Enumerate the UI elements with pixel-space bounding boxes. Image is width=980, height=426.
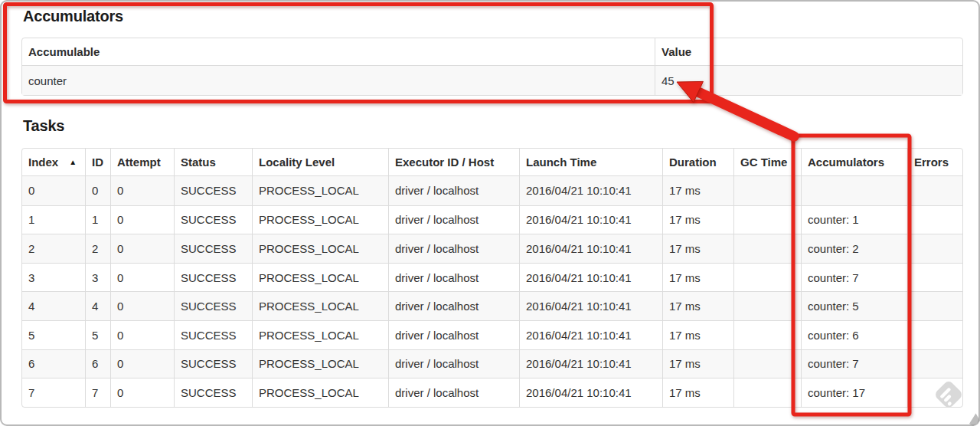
cell-launch-time: 2016/04/21 10:10:41 <box>519 176 662 205</box>
cell-gc-time <box>733 378 801 407</box>
cell-gc-time <box>733 291 801 320</box>
cell-launch-time: 2016/04/21 10:10:41 <box>519 291 662 320</box>
cell-errors <box>907 176 962 205</box>
cell-launch-time: 2016/04/21 10:10:41 <box>519 349 662 378</box>
cell-executor-id-host: driver / localhost <box>388 176 519 205</box>
cell-duration: 17 ms <box>662 291 733 320</box>
cell-locality-level: PROCESS_LOCAL <box>252 176 388 205</box>
cell-duration: 17 ms <box>662 320 733 349</box>
cell-duration: 17 ms <box>662 349 733 378</box>
cell-errors <box>907 263 962 292</box>
table-row: 3 3 0 SUCCESS PROCESS_LOCAL driver / loc… <box>22 263 962 292</box>
cell-locality-level: PROCESS_LOCAL <box>252 378 388 407</box>
cell-executor-id-host: driver / localhost <box>388 320 519 349</box>
cell-launch-time: 2016/04/21 10:10:41 <box>519 205 662 234</box>
table-row: 6 6 0 SUCCESS PROCESS_LOCAL driver / loc… <box>22 349 962 378</box>
cell-gc-time <box>733 205 801 234</box>
cell-locality-level: PROCESS_LOCAL <box>252 349 388 378</box>
column-header-index-label: Index <box>28 156 58 169</box>
table-row: 2 2 0 SUCCESS PROCESS_LOCAL driver / loc… <box>22 234 962 263</box>
column-header-executor-id-host[interactable]: Executor ID / Host <box>388 149 519 176</box>
cell-gc-time <box>733 176 801 205</box>
cell-id: 2 <box>85 234 110 263</box>
cell-attempt: 0 <box>110 291 174 320</box>
cell-id: 6 <box>85 349 110 378</box>
cell-launch-time: 2016/04/21 10:10:41 <box>519 320 662 349</box>
cell-gc-time <box>733 263 801 292</box>
cell-duration: 17 ms <box>662 234 733 263</box>
cell-id: 7 <box>85 378 110 407</box>
watermark-icon <box>929 375 968 414</box>
cell-index: 6 <box>22 349 85 378</box>
cell-executor-id-host: driver / localhost <box>388 263 519 292</box>
cell-index: 7 <box>22 378 85 407</box>
cell-accumulators: counter: 5 <box>801 291 907 320</box>
cell-launch-time: 2016/04/21 10:10:41 <box>519 234 662 263</box>
cell-accumulators: counter: 2 <box>801 234 907 263</box>
cell-id: 1 <box>85 205 110 234</box>
cell-errors <box>907 291 962 320</box>
sort-ascending-icon: ▲ <box>69 158 77 166</box>
cell-attempt: 0 <box>110 378 174 407</box>
cell-index: 4 <box>22 291 85 320</box>
tasks-table: Index▲ ID Attempt Status Locality Level … <box>21 148 963 408</box>
cell-status: SUCCESS <box>174 263 252 292</box>
cell-attempt: 0 <box>110 349 174 378</box>
cell-index: 3 <box>22 263 85 292</box>
cell-index: 2 <box>22 234 85 263</box>
cell-accumulators: counter: 6 <box>801 320 907 349</box>
cell-id: 3 <box>85 263 110 292</box>
column-header-id[interactable]: ID <box>85 149 110 176</box>
cell-locality-level: PROCESS_LOCAL <box>252 320 388 349</box>
column-header-launch-time[interactable]: Launch Time <box>519 149 662 176</box>
column-header-accumulable[interactable]: Accumulable <box>22 38 655 66</box>
cell-status: SUCCESS <box>174 349 252 378</box>
cell-accumulators: counter: 7 <box>801 349 907 378</box>
table-row: counter 45 <box>22 66 962 95</box>
column-header-accumulators[interactable]: Accumulators <box>801 149 907 176</box>
accumulators-table: Accumulable Value counter 45 <box>21 38 963 96</box>
cell-errors <box>907 320 962 349</box>
cell-locality-level: PROCESS_LOCAL <box>252 263 388 292</box>
cell-executor-id-host: driver / localhost <box>388 349 519 378</box>
column-header-duration[interactable]: Duration <box>662 149 733 176</box>
cell-duration: 17 ms <box>662 263 733 292</box>
column-header-locality-level[interactable]: Locality Level <box>252 149 388 176</box>
cell-status: SUCCESS <box>174 291 252 320</box>
cell-executor-id-host: driver / localhost <box>388 205 519 234</box>
cell-gc-time <box>733 234 801 263</box>
column-header-index[interactable]: Index▲ <box>22 149 85 176</box>
cell-status: SUCCESS <box>174 320 252 349</box>
table-row: 0 0 0 SUCCESS PROCESS_LOCAL driver / loc… <box>22 176 962 205</box>
cell-attempt: 0 <box>110 234 174 263</box>
table-row: 1 1 0 SUCCESS PROCESS_LOCAL driver / loc… <box>22 205 962 234</box>
cell-accumulators: counter: 7 <box>801 263 907 292</box>
cell-launch-time: 2016/04/21 10:10:41 <box>519 263 662 292</box>
cell-attempt: 0 <box>110 320 174 349</box>
cell-status: SUCCESS <box>174 176 252 205</box>
cell-id: 5 <box>85 320 110 349</box>
column-header-value[interactable]: Value <box>655 38 962 66</box>
cell-accumulators <box>801 176 907 205</box>
column-header-gc-time[interactable]: GC Time <box>733 149 801 176</box>
column-header-attempt[interactable]: Attempt <box>110 149 174 176</box>
tasks-header-row: Index▲ ID Attempt Status Locality Level … <box>22 149 962 176</box>
cell-accumulable: counter <box>22 66 655 95</box>
cell-duration: 17 ms <box>662 176 733 205</box>
cell-accumulators: counter: 1 <box>801 205 907 234</box>
cell-locality-level: PROCESS_LOCAL <box>252 205 388 234</box>
cell-id: 4 <box>85 291 110 320</box>
table-row: 5 5 0 SUCCESS PROCESS_LOCAL driver / loc… <box>22 320 962 349</box>
tasks-section-title: Tasks <box>23 117 64 135</box>
cell-errors <box>907 205 962 234</box>
column-header-status[interactable]: Status <box>174 149 252 176</box>
cell-index: 1 <box>22 205 85 234</box>
table-row: 4 4 0 SUCCESS PROCESS_LOCAL driver / loc… <box>22 291 962 320</box>
table-row: 7 7 0 SUCCESS PROCESS_LOCAL driver / loc… <box>22 378 962 407</box>
cell-locality-level: PROCESS_LOCAL <box>252 291 388 320</box>
cell-errors <box>907 349 962 378</box>
cell-executor-id-host: driver / localhost <box>388 291 519 320</box>
cell-duration: 17 ms <box>662 205 733 234</box>
column-header-errors[interactable]: Errors <box>907 149 962 176</box>
screenshot-frame: Accumulators Accumulable Value counter 4… <box>0 0 980 426</box>
